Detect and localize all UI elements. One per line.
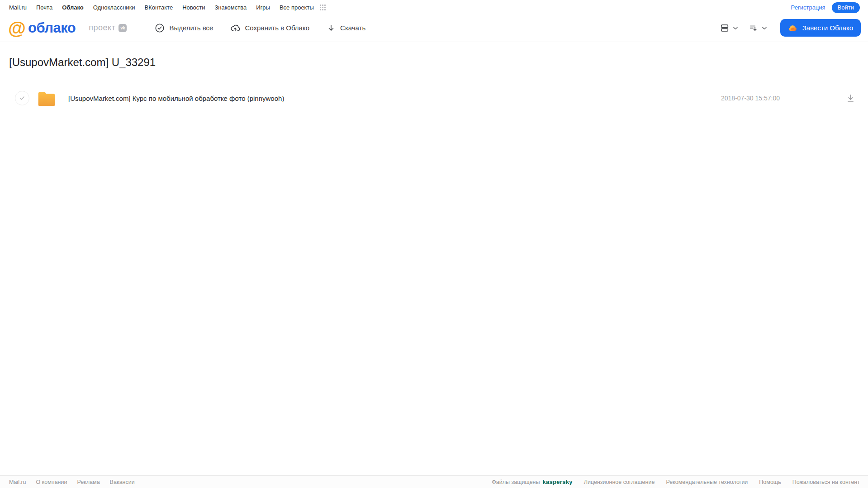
select-all-button[interactable]: Выделить все [155, 23, 213, 33]
login-button[interactable]: Войти [832, 2, 860, 13]
mailru-at-icon: @ [8, 19, 25, 37]
footer-link-about[interactable]: О компании [36, 479, 67, 485]
row-checkbox[interactable] [15, 91, 29, 105]
check-circle-icon [155, 23, 165, 33]
registration-link[interactable]: Регистрация [791, 4, 825, 11]
footer: Mail.ru О компании Реклама Вакансии Файл… [0, 475, 868, 488]
row-download-icon[interactable] [846, 94, 855, 103]
nav-link-oblako[interactable]: Облако [62, 4, 84, 11]
sort-button[interactable] [749, 23, 768, 33]
save-to-cloud-button[interactable]: Сохранить в Облако [230, 23, 309, 33]
page: Mail.ru Почта Облако Одноклассники ВКонт… [0, 0, 868, 488]
download-label: Скачать [340, 24, 365, 32]
footer-right-links: Файлы защищены kaspersky Лицензионное со… [492, 479, 860, 485]
main-content: [UsupovMarket.com] U_33291 [0, 56, 868, 109]
footer-link-mailru[interactable]: Mail.ru [9, 479, 26, 485]
nav-link-novosti[interactable]: Новости [182, 4, 205, 11]
top-nav-account: Регистрация Войти [791, 2, 860, 13]
app-header: @ облако проект vk Выделить все [0, 14, 868, 42]
kaspersky-protected: Файлы защищены kaspersky [492, 479, 572, 485]
download-button[interactable]: Скачать [327, 24, 365, 33]
cloud-logo[interactable]: @ облако проект vk [8, 19, 127, 37]
all-projects-grid-icon[interactable] [320, 5, 326, 10]
nav-link-pochta[interactable]: Почта [36, 4, 52, 11]
nav-link-igry[interactable]: Игры [256, 4, 270, 11]
view-mode-icon [720, 23, 730, 33]
protected-label: Файлы защищены [492, 479, 540, 485]
chevron-down-icon [761, 25, 768, 31]
nav-link-odnoklassniki[interactable]: Одноклассники [93, 4, 135, 11]
get-cloud-button[interactable]: Завести Облако [780, 19, 861, 37]
footer-link-recommend-tech[interactable]: Рекомендательные технологии [666, 479, 748, 485]
file-row[interactable]: [UsupovMarket.com] Курс по мобильной обр… [0, 87, 868, 109]
download-arrow-icon [327, 24, 336, 33]
project-label: проект [89, 23, 115, 33]
vk-badge-icon: vk [119, 24, 127, 32]
footer-link-report-content[interactable]: Пожаловаться на контент [792, 479, 860, 485]
page-title: [UsupovMarket.com] U_33291 [9, 56, 868, 69]
chevron-down-icon [732, 25, 739, 31]
file-date: 2018-07-30 15:57:00 [721, 95, 780, 102]
select-all-label: Выделить все [169, 24, 213, 32]
nav-link-all-projects[interactable]: Все проекты [280, 4, 314, 11]
footer-link-license[interactable]: Лицензионное соглашение [584, 479, 655, 485]
nav-link-znakomstva[interactable]: Знакомства [214, 4, 247, 11]
toolbar: Выделить все Сохранить в Облако [155, 23, 365, 33]
orange-cloud-icon [788, 23, 798, 33]
file-name-link[interactable]: [UsupovMarket.com] Курс по мобильной обр… [68, 95, 284, 102]
nav-link-mailru[interactable]: Mail.ru [9, 4, 27, 11]
header-right-controls: Завести Облако [720, 19, 861, 37]
get-cloud-label: Завести Облако [802, 24, 853, 32]
nav-link-vkontakte[interactable]: ВКонтакте [145, 4, 173, 11]
footer-left-links: Mail.ru О компании Реклама Вакансии [9, 479, 135, 485]
top-nav: Mail.ru Почта Облако Одноклассники ВКонт… [9, 4, 326, 11]
cloud-logo-text: облако [28, 20, 76, 36]
logo-divider [83, 24, 83, 33]
save-to-cloud-label: Сохранить в Облако [245, 24, 309, 32]
kaspersky-logo[interactable]: kaspersky [542, 479, 572, 485]
top-nav-bar: Mail.ru Почта Облако Одноклассники ВКонт… [0, 0, 868, 14]
footer-link-ads[interactable]: Реклама [77, 479, 100, 485]
cloud-upload-icon [230, 23, 240, 33]
sort-icon [749, 23, 759, 33]
view-mode-button[interactable] [720, 23, 739, 33]
folder-icon [37, 90, 57, 107]
footer-link-help[interactable]: Помощь [759, 479, 781, 485]
footer-link-jobs[interactable]: Вакансии [110, 479, 135, 485]
